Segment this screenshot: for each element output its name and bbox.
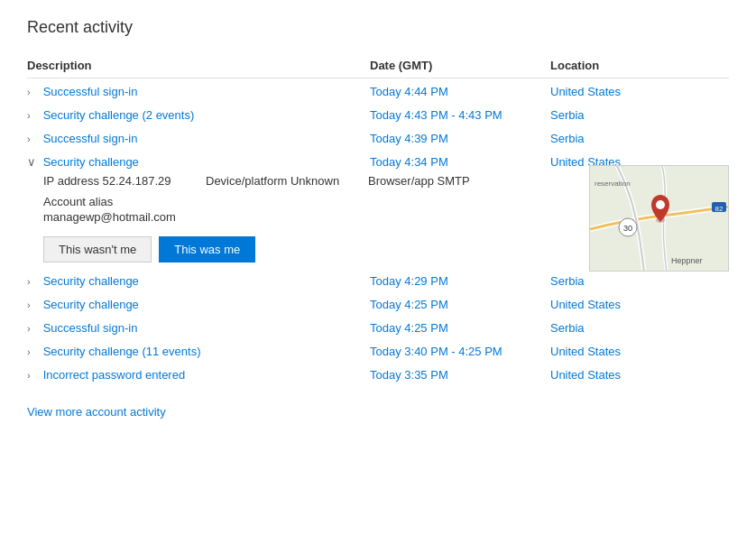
location-cell: United States [550, 298, 731, 311]
activity-row: › Successful sign-in Today 4:44 PM Unite… [27, 80, 729, 104]
location-cell: Serbia [550, 274, 731, 288]
activity-row: › Security challenge (2 events) Today 4:… [27, 104, 729, 127]
svg-point-6 [656, 200, 665, 209]
ip-block: IP address 52.24.187.29 [43, 174, 206, 188]
date-cell: Today 4:29 PM [370, 274, 550, 288]
chevron-right-icon: › [27, 300, 38, 310]
svg-text:Heppner: Heppner [671, 256, 703, 265]
svg-text:reservation: reservation [595, 180, 631, 188]
browser-label: Browser/app [368, 174, 434, 188]
activity-row: › Successful sign-in Today 4:39 PM Serbi… [27, 127, 729, 151]
description-cell: ∨ Security challenge [27, 155, 370, 169]
chevron-down-icon: ∨ [27, 155, 38, 169]
ip-label: IP address [43, 174, 99, 188]
view-more: View more account activity [27, 405, 729, 419]
description-cell: › Security challenge (2 events) [27, 108, 370, 122]
chevron-right-icon: › [27, 346, 38, 357]
map-container: 30 82 Heppner reservation [589, 165, 729, 272]
table-header: Description Date (GMT) Location [27, 53, 729, 78]
col-location: Location [550, 59, 731, 72]
device-label: Device/platform [206, 174, 287, 188]
activity-row: › Security challenge Today 4:25 PM Unite… [27, 293, 729, 317]
description-cell: › Incorrect password entered [27, 368, 370, 382]
expanded-panel: IP address 52.24.187.29 Device/platform … [27, 174, 729, 263]
col-date: Date (GMT) [370, 59, 550, 72]
was-me-button[interactable]: This was me [159, 236, 255, 263]
date-cell: Today 4:43 PM - 4:43 PM [370, 108, 550, 122]
chevron-right-icon: › [27, 276, 38, 287]
row2-link[interactable]: Security challenge (2 events) [43, 108, 195, 122]
row6-link[interactable]: Security challenge [43, 298, 139, 311]
view-more-link[interactable]: View more account activity [27, 405, 166, 419]
description-cell: › Security challenge [27, 298, 370, 311]
activity-row: › Security challenge (11 events) Today 3… [27, 340, 729, 364]
location-cell: United States [550, 345, 731, 358]
date-cell: Today 4:39 PM [370, 132, 550, 145]
activity-row: › Successful sign-in Today 4:25 PM Serbi… [27, 317, 729, 340]
description-cell: › Successful sign-in [27, 132, 370, 145]
date-cell: Today 3:35 PM [370, 368, 550, 382]
date-cell: Today 4:25 PM [370, 321, 550, 335]
page-title: Recent activity [27, 18, 729, 37]
row7-link[interactable]: Successful sign-in [43, 321, 138, 335]
ip-value: 52.24.187.29 [103, 174, 171, 188]
browser-block: Browser/app SMTP 30 [368, 174, 729, 188]
row3-link[interactable]: Successful sign-in [43, 132, 138, 145]
date-cell: Today 4:34 PM [370, 155, 550, 169]
location-cell: Serbia [550, 108, 731, 122]
browser-value: SMTP [438, 174, 470, 188]
description-cell: › Security challenge (11 events) [27, 345, 370, 358]
date-cell: Today 3:40 PM - 4:25 PM [370, 345, 550, 358]
date-cell: Today 4:25 PM [370, 298, 550, 311]
device-value: Unknown [290, 174, 339, 188]
activity-row: › Security challenge Today 4:29 PM Serbi… [27, 270, 729, 293]
svg-text:30: 30 [623, 224, 632, 233]
device-block: Device/platform Unknown [206, 174, 368, 188]
row1-link[interactable]: Successful sign-in [43, 85, 138, 98]
location-cell: Serbia [550, 132, 731, 145]
location-cell: United States [550, 85, 731, 98]
chevron-right-icon: › [27, 370, 38, 381]
svg-text:82: 82 [715, 205, 724, 213]
row5-link[interactable]: Security challenge [43, 274, 139, 288]
chevron-right-icon: › [27, 87, 38, 97]
wasnt-me-button[interactable]: This wasn't me [43, 236, 152, 263]
date-cell: Today 4:44 PM [370, 85, 550, 98]
location-cell: United States [550, 368, 731, 382]
description-cell: › Successful sign-in [27, 321, 370, 335]
location-cell: Serbia [550, 321, 731, 335]
chevron-right-icon: › [27, 134, 38, 144]
row9-link[interactable]: Incorrect password entered [43, 368, 186, 382]
row8-link[interactable]: Security challenge (11 events) [43, 345, 201, 358]
activity-row: › Incorrect password entered Today 3:35 … [27, 364, 729, 387]
chevron-right-icon: › [27, 323, 38, 334]
description-cell: › Successful sign-in [27, 85, 370, 98]
col-description: Description [27, 59, 370, 72]
row4-link[interactable]: Security challenge [43, 155, 139, 169]
chevron-right-icon: › [27, 110, 38, 121]
description-cell: › Security challenge [27, 274, 370, 288]
